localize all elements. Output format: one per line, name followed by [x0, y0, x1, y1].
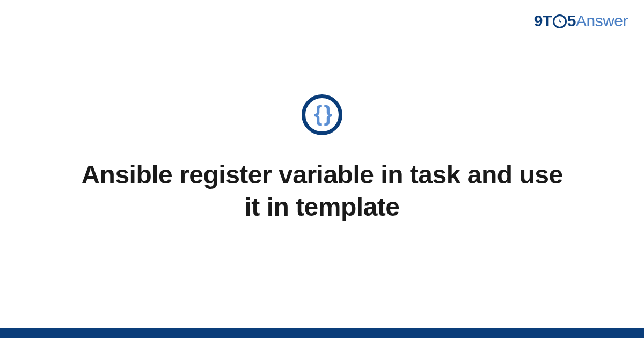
- site-logo: 9 T 5 Answer: [534, 12, 628, 30]
- bottom-accent-bar: [0, 328, 644, 338]
- main-content: { } Ansible register variable in task an…: [0, 94, 644, 223]
- logo-five: 5: [567, 12, 576, 30]
- code-braces-icon: { }: [302, 94, 342, 135]
- page-title: Ansible register variable in task and us…: [80, 159, 564, 223]
- clock-icon: [553, 14, 567, 28]
- svg-line-1: [560, 21, 561, 22]
- logo-nine: 9: [534, 12, 543, 30]
- logo-answer: Answer: [576, 12, 628, 30]
- logo-t: T: [543, 12, 552, 30]
- braces-glyph: { }: [314, 103, 330, 124]
